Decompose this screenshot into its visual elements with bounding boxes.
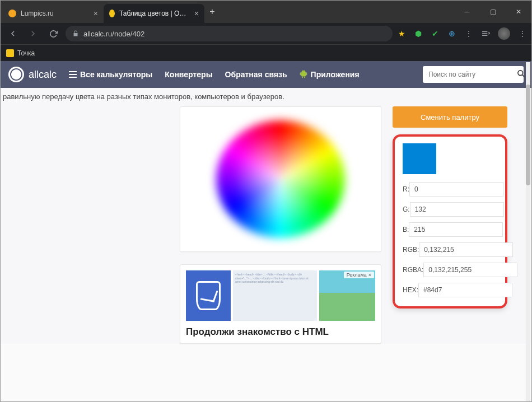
bookmark-favicon	[6, 49, 14, 57]
promo-images: <html> <head> <title> ... </title> </hea…	[186, 270, 375, 321]
check-icon[interactable]: ✔	[431, 29, 440, 38]
star-icon[interactable]: ★	[397, 29, 406, 38]
svg-rect-3	[300, 72, 301, 75]
promo-card[interactable]: <html> <head> <title> ... </title> </hea…	[180, 264, 381, 344]
readlist-icon[interactable]	[481, 29, 490, 38]
label-g: G:	[403, 205, 410, 213]
label-rgba: RGBA:	[403, 266, 423, 274]
extension-icons: ★ ⬢ ✔ ⊕ ⋮ ⋮	[397, 27, 527, 40]
window-controls: ─ ▢ ✕	[454, 1, 531, 23]
field-hex: HEX:	[403, 283, 497, 297]
logo-icon	[8, 67, 24, 82]
page-viewport: allcalc Все калькуляторы Конвертеры Обра…	[1, 61, 531, 402]
menu-all-calculators[interactable]: Все калькуляторы	[69, 70, 152, 79]
favicon-allcalc	[109, 10, 115, 17]
profile-avatar[interactable]	[498, 27, 510, 40]
color-wheel-card	[180, 106, 381, 252]
promo-image-scene: Реклама ×	[319, 270, 375, 321]
menu-label: Обратная связь	[225, 70, 287, 79]
promo-image-code: <html> <head> <title> ... </title> </hea…	[233, 270, 317, 321]
content-row: <html> <head> <title> ... </title> </hea…	[1, 106, 531, 344]
svg-rect-0	[301, 72, 306, 76]
tab-title: Таблица цветов | Онлайн кальк	[119, 10, 190, 17]
left-column: <html> <head> <title> ... </title> </hea…	[180, 106, 381, 344]
menu-apps[interactable]: Приложения	[300, 69, 360, 80]
site-logo[interactable]: allcalc	[8, 67, 57, 82]
search-input[interactable]	[428, 71, 512, 78]
adblock-icon[interactable]: ⬢	[414, 29, 423, 38]
forward-button[interactable]	[25, 26, 41, 41]
menu-converters[interactable]: Конвертеры	[165, 70, 212, 79]
label-b: B:	[403, 226, 409, 233]
vertical-scrollbar[interactable]	[526, 62, 530, 401]
label-hex: HEX:	[403, 286, 418, 294]
right-column: Сменить палитру R: G: B:	[393, 106, 507, 344]
site-header: allcalc Все калькуляторы Конвертеры Обра…	[1, 61, 531, 88]
menu-feedback[interactable]: Обратная связь	[225, 70, 287, 79]
svg-point-7	[518, 70, 523, 75]
intro-text: равильную передачу цвета на разных типах…	[1, 92, 531, 106]
page-body: равильную передачу цвета на разных типах…	[1, 88, 531, 344]
android-icon	[300, 69, 307, 80]
bookmarks-bar: Точка	[1, 44, 531, 61]
svg-rect-4	[306, 72, 307, 75]
maximize-button[interactable]: ▢	[480, 1, 506, 23]
promo-title: Продолжи знакомство с HTML	[186, 326, 375, 338]
field-rgba: RGBA:	[403, 263, 497, 277]
reload-button[interactable]	[45, 26, 61, 41]
change-palette-button[interactable]: Сменить палитру	[393, 106, 507, 128]
menu-dots-icon[interactable]: ⋮	[464, 29, 473, 38]
new-tab-button[interactable]: +	[204, 4, 220, 20]
input-rgb[interactable]	[419, 242, 513, 257]
site-search[interactable]	[423, 66, 524, 83]
label-r: R:	[403, 185, 409, 193]
browser-toolbar: allcalc.ru/node/402 ★ ⬢ ✔ ⊕ ⋮ ⋮	[1, 23, 531, 44]
bookmark-label: Точка	[17, 49, 35, 57]
input-rgba[interactable]	[423, 263, 517, 277]
tab-title: Lumpics.ru	[21, 10, 54, 17]
input-g[interactable]	[410, 202, 504, 217]
kebab-menu-icon[interactable]: ⋮	[518, 29, 527, 38]
hamburger-icon	[69, 71, 77, 78]
svg-rect-6	[304, 76, 305, 78]
bookmark-item[interactable]: Точка	[6, 49, 35, 57]
color-values-panel: R: G: B: RGB:	[393, 134, 507, 308]
ad-label-text: Реклама	[347, 272, 367, 278]
menu-label: Конвертеры	[165, 70, 212, 79]
label-rgb: RGB:	[403, 246, 419, 254]
browser-titlebar: Lumpics.ru × Таблица цветов | Онлайн кал…	[1, 1, 531, 23]
input-hex[interactable]	[418, 283, 512, 297]
menu-label: Все калькуляторы	[80, 70, 152, 79]
scrollbar-thumb[interactable]	[526, 85, 530, 185]
back-button[interactable]	[5, 26, 21, 41]
tab-strip: Lumpics.ru × Таблица цветов | Онлайн кал…	[3, 4, 454, 23]
close-icon[interactable]: ×	[194, 9, 199, 18]
menu-label: Приложения	[311, 70, 360, 79]
address-bar[interactable]: allcalc.ru/node/402	[66, 26, 393, 41]
ad-badge: Реклама ×	[344, 272, 374, 278]
svg-rect-5	[302, 76, 303, 78]
field-g: G:	[403, 202, 497, 217]
globe-icon[interactable]: ⊕	[447, 29, 456, 38]
favicon-lumpics	[8, 10, 16, 17]
search-icon[interactable]	[517, 69, 525, 80]
close-icon[interactable]: ×	[368, 272, 371, 278]
field-b: B:	[403, 222, 497, 237]
close-icon[interactable]: ×	[94, 9, 98, 18]
minimize-button[interactable]: ─	[454, 1, 480, 23]
field-rgb: RGB:	[403, 242, 497, 257]
field-r: R:	[403, 182, 497, 197]
lock-icon	[72, 30, 79, 37]
tab-allcalc[interactable]: Таблица цветов | Онлайн кальк ×	[104, 4, 204, 23]
close-window-button[interactable]: ✕	[506, 1, 531, 23]
input-b[interactable]	[409, 222, 503, 237]
color-wheel[interactable]	[216, 120, 345, 238]
url-text: allcalc.ru/node/402	[83, 30, 144, 38]
brand-text: allcalc	[29, 69, 57, 81]
tab-lumpics[interactable]: Lumpics.ru ×	[3, 4, 104, 23]
input-r[interactable]	[409, 182, 503, 197]
shield-icon	[196, 281, 221, 310]
color-swatch	[403, 143, 436, 174]
promo-image-shield	[186, 270, 231, 321]
